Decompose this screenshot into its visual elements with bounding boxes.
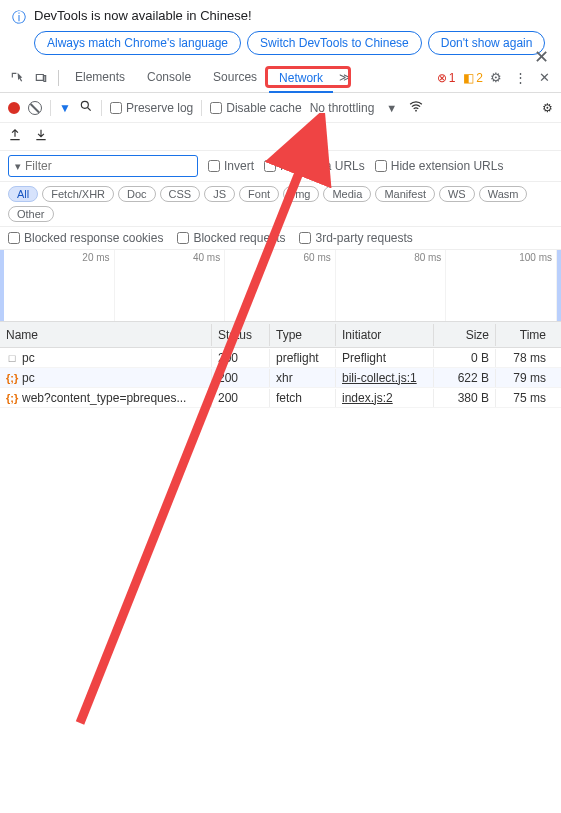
header-status[interactable]: Status	[212, 324, 270, 346]
inspect-icon[interactable]	[6, 67, 28, 89]
clear-button[interactable]	[28, 101, 42, 115]
header-initiator[interactable]: Initiator	[336, 324, 434, 346]
chip-switch-chinese[interactable]: Switch DevTools to Chinese	[247, 31, 422, 55]
funnel-icon: ▾	[15, 160, 21, 173]
blocked-cookies-checkbox[interactable]: Blocked response cookies	[8, 231, 163, 245]
download-har-icon[interactable]	[34, 128, 48, 145]
svg-point-0	[81, 101, 88, 108]
disable-cache-checkbox[interactable]: Disable cache	[210, 101, 301, 115]
requests-table-body: □pc200preflightPreflight0 B78 ms{;}pc200…	[0, 348, 561, 408]
type-all[interactable]: All	[8, 186, 38, 202]
resource-type-filters: All Fetch/XHR Doc CSS JS Font Img Media …	[0, 182, 561, 227]
type-css[interactable]: CSS	[160, 186, 201, 202]
filter-text-field[interactable]	[25, 159, 191, 173]
svg-point-1	[415, 110, 417, 112]
type-js[interactable]: JS	[204, 186, 235, 202]
tab-network[interactable]: Network	[269, 65, 333, 93]
more-tabs-chevron-icon[interactable]: ≫	[335, 71, 355, 84]
network-conditions-icon[interactable]	[409, 99, 423, 116]
close-devtools-icon[interactable]: ✕	[533, 67, 555, 89]
header-type[interactable]: Type	[270, 324, 336, 346]
timeline-tick: 80 ms	[414, 252, 441, 263]
language-info-bar: ⓘ DevTools is now available in Chinese! …	[0, 0, 561, 63]
hide-data-urls-checkbox[interactable]: Hide data URLs	[264, 159, 365, 173]
throttling-chevron-icon[interactable]: ▼	[382, 102, 401, 114]
type-media[interactable]: Media	[323, 186, 371, 202]
type-ws[interactable]: WS	[439, 186, 475, 202]
timeline-overview[interactable]: 20 ms 40 ms 60 ms 80 ms 100 ms	[0, 250, 561, 322]
warnings-badge[interactable]: ◧2	[463, 71, 483, 85]
chip-always-match[interactable]: Always match Chrome's language	[34, 31, 241, 55]
type-wasm[interactable]: Wasm	[479, 186, 528, 202]
timeline-tick: 100 ms	[519, 252, 552, 263]
device-toolbar-icon[interactable]	[30, 67, 52, 89]
request-type-icon: {;}	[6, 392, 18, 404]
import-export-toolbar	[0, 123, 561, 151]
tab-elements[interactable]: Elements	[65, 64, 135, 92]
filter-bar: ▾ Invert Hide data URLs Hide extension U…	[0, 151, 561, 182]
type-img[interactable]: Img	[283, 186, 319, 202]
chip-dont-show[interactable]: Don't show again	[428, 31, 546, 55]
tab-console[interactable]: Console	[137, 64, 201, 92]
type-font[interactable]: Font	[239, 186, 279, 202]
settings-gear-icon[interactable]: ⚙	[485, 67, 507, 89]
filter-toggle-icon[interactable]: ▼	[59, 101, 71, 115]
empty-area	[0, 408, 561, 813]
throttling-select[interactable]: No throttling	[310, 101, 375, 115]
type-manifest[interactable]: Manifest	[375, 186, 435, 202]
record-button[interactable]	[8, 102, 20, 114]
timeline-tick: 20 ms	[82, 252, 109, 263]
timeline-tick: 40 ms	[193, 252, 220, 263]
hide-extension-urls-checkbox[interactable]: Hide extension URLs	[375, 159, 504, 173]
header-time[interactable]: Time	[496, 324, 552, 346]
network-toolbar: ▼ Preserve log Disable cache No throttli…	[0, 93, 561, 123]
table-row[interactable]: {;}web?content_type=pbreques...200fetchi…	[0, 388, 561, 408]
header-size[interactable]: Size	[434, 324, 496, 346]
third-party-checkbox[interactable]: 3rd-party requests	[299, 231, 412, 245]
errors-badge[interactable]: ⊗1	[437, 71, 456, 85]
filter-input[interactable]: ▾	[8, 155, 198, 177]
upload-har-icon[interactable]	[8, 128, 22, 145]
invert-checkbox[interactable]: Invert	[208, 159, 254, 173]
table-row[interactable]: {;}pc200xhrbili-collect.js:1622 B79 ms	[0, 368, 561, 388]
tab-sources[interactable]: Sources	[203, 64, 267, 92]
type-doc[interactable]: Doc	[118, 186, 156, 202]
kebab-menu-icon[interactable]: ⋮	[509, 67, 531, 89]
table-row[interactable]: □pc200preflightPreflight0 B78 ms	[0, 348, 561, 368]
preserve-log-checkbox[interactable]: Preserve log	[110, 101, 193, 115]
options-row: Blocked response cookies Blocked request…	[0, 227, 561, 250]
info-icon: ⓘ	[12, 9, 26, 27]
request-type-icon: □	[6, 352, 18, 364]
search-icon[interactable]	[79, 99, 93, 116]
main-tabbar: Elements Console Sources Network ≫ ⊗1 ◧2…	[0, 63, 561, 93]
request-type-icon: {;}	[6, 372, 18, 384]
type-other[interactable]: Other	[8, 206, 54, 222]
network-settings-gear-icon[interactable]: ⚙	[542, 101, 553, 115]
requests-table-header: Name Status Type Initiator Size Time	[0, 322, 561, 348]
timeline-tick: 60 ms	[304, 252, 331, 263]
header-name[interactable]: Name	[0, 324, 212, 346]
close-icon[interactable]: ✕	[534, 46, 549, 68]
info-message: DevTools is now available in Chinese!	[34, 8, 549, 23]
blocked-requests-checkbox[interactable]: Blocked requests	[177, 231, 285, 245]
type-fetch-xhr[interactable]: Fetch/XHR	[42, 186, 114, 202]
